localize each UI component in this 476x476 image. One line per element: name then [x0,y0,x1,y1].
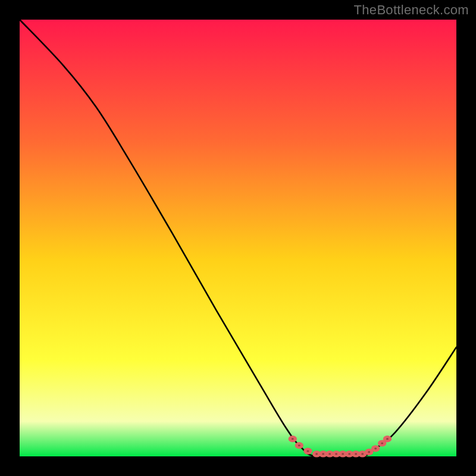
svg-point-3 [298,444,300,446]
marker-dot [289,436,297,442]
svg-point-13 [335,453,337,455]
svg-point-29 [386,438,389,440]
svg-point-15 [342,453,344,455]
svg-point-5 [306,450,309,452]
marker-dot [371,445,380,452]
svg-point-7 [315,453,318,455]
marker-dot [383,436,392,442]
svg-point-27 [381,442,383,444]
svg-point-9 [322,453,324,455]
gradient-background [20,20,456,456]
svg-point-25 [374,447,377,449]
svg-point-1 [292,438,294,440]
svg-point-17 [348,453,350,455]
marker-dot [295,442,303,449]
marker-dot [303,448,312,455]
svg-point-11 [328,453,331,455]
svg-point-23 [368,451,370,453]
watermark-text: TheBottleneck.com [354,2,469,18]
bottleneck-chart [0,0,476,476]
svg-point-19 [355,453,357,455]
svg-point-21 [361,453,364,455]
chart-frame: TheBottleneck.com [0,0,476,476]
